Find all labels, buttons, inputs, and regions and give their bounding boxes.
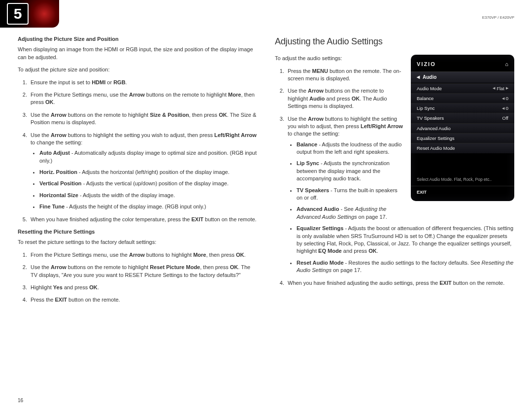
lead-text: To adjust the picture size and position: (18, 66, 257, 73)
bullet-item: Advanced Audio - See Adjusting the Advan… (297, 206, 514, 221)
right-arrow-icon: ▶ (506, 86, 508, 91)
subheading-picture-size: Adjusting the Picture Size and Position (18, 35, 257, 43)
tv-row-lipsync: Lip Sync ◀0 (411, 103, 514, 113)
section-title-audio: Adjusting the Audio Settings (275, 35, 514, 48)
list-item: From the Picture Settings menu, use the … (29, 91, 257, 106)
home-icon: ⌂ (505, 61, 508, 68)
back-arrow-icon: ◀ (417, 74, 420, 80)
tv-brand-logo: VIZIO (417, 61, 436, 68)
model-id: E370VP / E420VP (482, 15, 514, 20)
list-item: Highlight Yes and press OK. (29, 284, 257, 291)
bullet-item: Horizontal Size - Adjusts the width of t… (39, 192, 257, 199)
tv-row-reset-audio: Reset Audio Mode (411, 143, 514, 153)
tv-row-advanced-audio: Advanced Audio (411, 123, 514, 133)
intro-text: When displaying an image from the HDMI o… (18, 46, 257, 61)
list-item: When you have finished adjusting the col… (29, 216, 257, 223)
list-item: Press the EXIT button on the remote. (29, 296, 257, 304)
list-item: Use the Arrow buttons on the remote to h… (29, 111, 257, 127)
list-item: Use the Arrow buttons on the remote to h… (29, 264, 257, 279)
bullet-item: Vertical Position - Adjusts the vertical… (39, 180, 257, 187)
chapter-badge: 5 (0, 0, 59, 28)
list-item: From the Picture Settings menu, use the … (29, 251, 257, 259)
list-item: When you have finished adjusting the aud… (286, 279, 514, 287)
list-item: Use the Arrow buttons to highlight the s… (29, 132, 257, 211)
left-arrow-icon: ◀ (502, 106, 504, 111)
bullet-item: Equalizer Settings - Adjusts the boost o… (297, 225, 514, 255)
reset-lead: To reset the picture settings to the fac… (18, 239, 257, 246)
tv-row-tvspeakers: TV Speakers Off (411, 113, 514, 123)
tv-row-audio-mode: Audio Mode ◀Flat▶ (411, 83, 514, 93)
chapter-number: 5 (14, 3, 22, 24)
chapter-number-box: 5 (7, 3, 29, 25)
tv-row-balance: Balance ◀0 (411, 93, 514, 103)
right-column: Adjusting the Audio Settings VIZIO ⌂ ◀ A… (275, 35, 514, 309)
tv-row-equalizer: Equalizer Settings (411, 133, 514, 143)
bullet-item: Fine Tune - Adjusts the height of the di… (39, 203, 257, 210)
tv-hint-text: Select Audio Mode. Flat, Rock, Pop etc.. (411, 153, 514, 186)
tv-menu-screenshot: VIZIO ⌂ ◀ Audio Audio Mode ◀Flat▶ Balanc… (411, 55, 514, 201)
list-item: Ensure the input is set to HDMI or RGB. (29, 79, 257, 86)
subheading-reset-picture: Resetting the Picture Settings (18, 228, 257, 236)
tv-menu-title: ◀ Audio (411, 71, 514, 83)
left-column: Adjusting the Picture Size and Position … (18, 35, 257, 309)
bullet-item: Auto Adjust - Automatically adjusts disp… (39, 149, 257, 165)
left-arrow-icon: ◀ (493, 86, 495, 91)
bullet-item: Horiz. Position - Adjusts the horizontal… (39, 169, 257, 176)
page-number: 16 (18, 397, 23, 404)
left-arrow-icon: ◀ (502, 96, 504, 101)
bullet-item: Reset Audio Mode - Restores the audio se… (297, 259, 514, 274)
tv-exit-label: EXIT (411, 186, 514, 198)
